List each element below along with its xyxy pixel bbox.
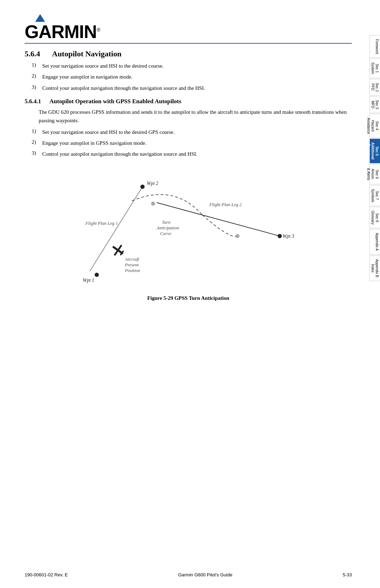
sidebar-tab-appendix-b[interactable]: Appendix BIndex (369, 255, 380, 281)
list-content-3: Control your autopilot navigation throug… (42, 84, 205, 92)
svg-text:Curve: Curve (160, 231, 171, 236)
svg-point-4 (95, 273, 99, 277)
svg-text:Aircraft: Aircraft (125, 256, 139, 262)
list-content-s3: Control your autopilot navigation throug… (42, 150, 197, 158)
section-title: Autopilot Navigation (52, 49, 121, 58)
list-num-3: 3) (32, 84, 42, 90)
list-num-s2: 2) (32, 139, 42, 145)
sidebar-tab-sec3[interactable]: Sec 3MFD (369, 96, 380, 113)
sidebar-tab-sec6[interactable]: Sec 6Annun.& Alerts (369, 164, 380, 184)
list-item: 2) Engage your autopilot in GPSS navigat… (32, 139, 352, 147)
svg-point-6 (236, 234, 239, 238)
garmin-logo: GARMIN® (25, 14, 100, 41)
sidebar-tab-sec5[interactable]: Sec 5AdditionalFeatures (369, 138, 380, 163)
sidebar-tab-sec1[interactable]: Sec 1System (369, 58, 380, 78)
svg-line-1 (157, 203, 280, 236)
list-item: 1) Set your navigation source and HSI to… (32, 62, 352, 70)
svg-point-5 (151, 202, 155, 205)
svg-text:Flight Plan Leg 2: Flight Plan Leg 2 (209, 202, 242, 207)
brand-name: GARMIN® (25, 23, 100, 41)
figure-container: Wpt 2 Wpt 3 Wpt 1 Flight Plan Leg 1 Flig… (25, 166, 352, 301)
subsection-title: Autopilot Operation with GPSS Enabled Au… (50, 98, 182, 105)
svg-text:Turn: Turn (162, 219, 171, 225)
svg-text:Flight Plan Leg 1: Flight Plan Leg 1 (85, 221, 118, 226)
section-number: 5.6.4 (25, 49, 40, 58)
svg-text:Position: Position (125, 268, 140, 273)
footer-left: 190-00601-02 Rev. E (25, 572, 68, 577)
list-num-1: 1) (32, 62, 42, 68)
brand-text: GARMIN (25, 21, 97, 42)
page: GARMIN® 5.6.4 Autopilot Navigation 1) Se… (0, 0, 380, 588)
sidebar-tab-foreword[interactable]: Foreword (369, 35, 380, 58)
sidebar-tab-sec2[interactable]: Sec 2PFD (369, 79, 380, 96)
sidebar-tab-sec4[interactable]: Sec 4HazardAvoidance (369, 114, 380, 138)
garmin-triangle-icon (35, 14, 45, 22)
svg-point-3 (278, 234, 282, 238)
list-content-s1: Set your navigation source and HSI to th… (42, 128, 175, 136)
subsection-body: The GDU 620 processes GPSS information a… (39, 108, 352, 125)
subsection-heading: 5.6.4.1 Autopilot Operation with GPSS En… (25, 98, 352, 105)
section-heading: 5.6.4 Autopilot Navigation (25, 49, 352, 58)
svg-text:Wpt 3: Wpt 3 (283, 234, 294, 239)
svg-text:Anticipation: Anticipation (156, 225, 179, 230)
subsection-number: 5.6.4.1 (25, 98, 41, 105)
list-item: 3) Control your autopilot navigation thr… (32, 84, 352, 92)
list-item: 3) Control your autopilot navigation thr… (32, 150, 352, 158)
list-num-s3: 3) (32, 150, 42, 156)
list-item: 2) Engage your autopilot in navigation m… (32, 73, 352, 81)
sidebar-tab-appendix-a[interactable]: Appendix A (369, 229, 380, 255)
list-content-1: Set your navigation source and HSI to th… (42, 62, 164, 70)
sidebar-tab-sec7[interactable]: Sec 7Symbols (369, 185, 380, 206)
svg-point-2 (140, 185, 145, 189)
figure-svg: Wpt 2 Wpt 3 Wpt 1 Flight Plan Leg 1 Flig… (62, 166, 315, 292)
svg-text:Wpt 1: Wpt 1 (83, 278, 94, 283)
svg-text:Present: Present (125, 262, 139, 267)
list-num-2: 2) (32, 73, 42, 79)
list-item: 1) Set your navigation source and HSI to… (32, 128, 352, 136)
list-content-s2: Engage your autopilot in GPSS navigation… (42, 139, 146, 147)
svg-text:Wpt 2: Wpt 2 (147, 181, 158, 186)
footer: 190-00601-02 Rev. E Garmin G600 Pilot's … (25, 572, 352, 577)
footer-right: 5-33 (343, 572, 352, 577)
sidebar: Foreword Sec 1System Sec 2PFD Sec 3MFD S… (365, 0, 380, 588)
list-num-s1: 1) (32, 128, 42, 134)
figure-caption: Figure 5-29 GPSS Turn Anticipation (147, 295, 229, 301)
header: GARMIN® (25, 14, 352, 44)
registered-mark: ® (97, 27, 100, 33)
sidebar-tab-sec8[interactable]: Sec 8Glossary (369, 207, 380, 228)
footer-center: Garmin G600 Pilot's Guide (178, 572, 232, 577)
list-content-2: Engage your autopilot in navigation mode… (42, 73, 133, 81)
